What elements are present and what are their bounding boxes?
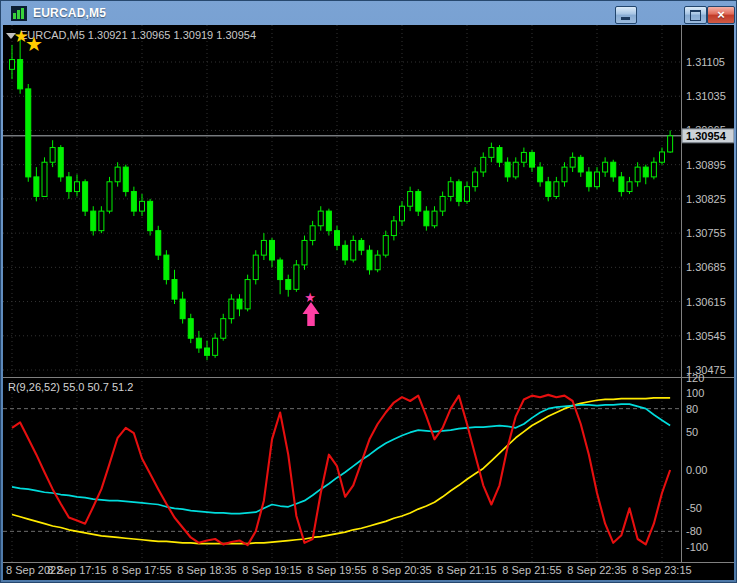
svg-text:8 Sep 22:35: 8 Sep 22:35 [567, 564, 626, 576]
indicator-line-slow-yellow [12, 398, 670, 544]
bid-price-tag: 1.30954 [682, 129, 734, 143]
pink-buy-arrow [303, 302, 320, 326]
titlebar[interactable]: EURCAD,M5 × [3, 2, 734, 25]
price-axis: 1.311051.310351.309651.308951.308251.307… [686, 56, 726, 376]
indicator-axis: 12010080500.00-50-80-100 [686, 372, 708, 553]
svg-text:80: 80 [686, 403, 698, 415]
minimize-icon [621, 17, 630, 20]
terminal-window: EURCAD,M5 × 1.311051.310351.309651.30895… [0, 0, 737, 583]
close-button[interactable]: × [707, 6, 735, 24]
svg-text:1.30954: 1.30954 [686, 130, 727, 142]
svg-text:120: 120 [686, 372, 704, 384]
svg-text:1.30615: 1.30615 [686, 296, 726, 308]
svg-text:8 Sep 23:15: 8 Sep 23:15 [632, 564, 691, 576]
minimize-button[interactable] [615, 6, 637, 24]
maximize-button[interactable] [684, 6, 707, 24]
svg-text:8 Sep 18:35: 8 Sep 18:35 [177, 564, 236, 576]
indicator-line-fast-red [12, 395, 670, 545]
svg-text:100: 100 [686, 387, 704, 399]
svg-text:1.30825: 1.30825 [686, 193, 726, 205]
svg-text:8 Sep 21:55: 8 Sep 21:55 [502, 564, 561, 576]
svg-text:8 Sep 17:15: 8 Sep 17:15 [47, 564, 106, 576]
indicator-levels [3, 409, 681, 532]
svg-text:8 Sep 21:15: 8 Sep 21:15 [437, 564, 496, 576]
svg-text:8 Sep 20:35: 8 Sep 20:35 [372, 564, 431, 576]
indicator-label: R(9,26,52) 55.0 50.7 51.2 [8, 381, 133, 393]
svg-text:8 Sep 19:55: 8 Sep 19:55 [307, 564, 366, 576]
chart-canvas[interactable]: 1.311051.310351.309651.308951.308251.307… [3, 25, 734, 580]
close-icon: × [708, 7, 734, 23]
time-axis: 8 Sep 20228 Sep 17:158 Sep 17:558 Sep 18… [6, 564, 692, 576]
svg-text:1.30755: 1.30755 [686, 227, 726, 239]
maximize-icon [690, 10, 701, 21]
candles [10, 40, 673, 360]
gold-star-2: ★ [25, 33, 43, 55]
svg-text:0.00: 0.00 [686, 464, 707, 476]
pink-star: ★ [304, 290, 316, 305]
svg-text:8 Sep 17:55: 8 Sep 17:55 [112, 564, 171, 576]
svg-text:EURCAD,M5 1.30921 1.30965 1.30: EURCAD,M5 1.30921 1.30965 1.30919 1.3095… [20, 29, 256, 41]
window-title: EURCAD,M5 [33, 6, 106, 20]
svg-text:R(9,26,52) 55.0 50.7 51.2: R(9,26,52) 55.0 50.7 51.2 [8, 381, 133, 393]
ohlc-label: EURCAD,M5 1.30921 1.30965 1.30919 1.3095… [20, 29, 256, 41]
svg-text:1.30545: 1.30545 [686, 330, 726, 342]
svg-text:1.31105: 1.31105 [686, 56, 725, 68]
chart-icon [11, 6, 27, 21]
svg-text:8 Sep 19:15: 8 Sep 19:15 [242, 564, 301, 576]
svg-text:-100: -100 [686, 541, 708, 553]
price-chart-svg[interactable]: 1.311051.310351.309651.308951.308251.307… [3, 25, 734, 580]
indicator-lines [12, 395, 670, 545]
svg-text:-50: -50 [686, 502, 702, 514]
svg-text:50: 50 [686, 426, 698, 438]
svg-text:-80: -80 [686, 525, 702, 537]
svg-text:1.30895: 1.30895 [686, 159, 726, 171]
svg-text:1.31035: 1.31035 [686, 90, 726, 102]
svg-text:1.30685: 1.30685 [686, 261, 726, 273]
